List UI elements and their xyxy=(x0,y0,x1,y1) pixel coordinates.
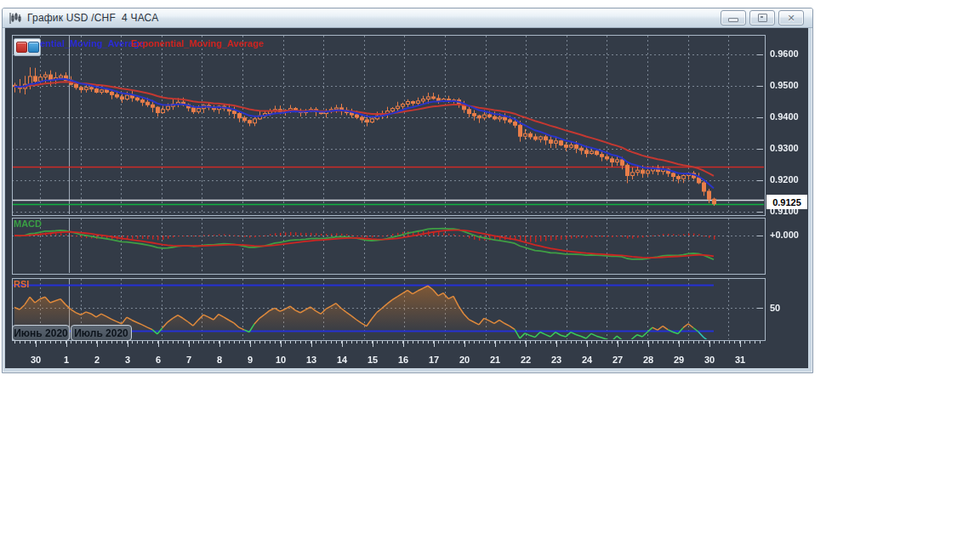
ema-red-legend-label: Exponential_Moving_Average xyxy=(131,38,264,48)
window-controls: ✕ xyxy=(721,10,807,26)
date-axis-label: 27 xyxy=(612,355,623,365)
minimize-button[interactable] xyxy=(721,10,746,26)
date-axis-label: 30 xyxy=(704,355,715,365)
date-axis-label: 23 xyxy=(551,355,561,365)
macd-panel-label: MACD xyxy=(14,219,42,229)
maximize-button[interactable] xyxy=(749,10,775,26)
date-axis-label: 13 xyxy=(306,355,316,365)
minimize-icon xyxy=(728,18,738,22)
chart-canvas[interactable] xyxy=(5,28,808,368)
current-price-badge: 0.9125 xyxy=(766,195,807,209)
price-axis-label: 0.9600 xyxy=(770,48,799,59)
date-axis-label: 2 xyxy=(94,355,100,365)
indicator-button-tray xyxy=(14,38,41,56)
window-title: График USD /CHF 4 ЧАСА xyxy=(27,12,158,24)
red-indicator-button[interactable] xyxy=(16,42,27,53)
date-axis-label: 1 xyxy=(64,355,69,365)
date-axis-label: 30 xyxy=(31,355,41,365)
price-axis-label: 0.9500 xyxy=(770,80,799,90)
price-axis-label: 0.9400 xyxy=(770,111,799,122)
rsi-level-label: 50 xyxy=(770,303,780,313)
month-label-june[interactable]: Июнь 2020 xyxy=(12,325,70,341)
price-axis-label: 0.9200 xyxy=(770,174,799,185)
chart-window-icon xyxy=(8,11,23,25)
price-axis-label: 0.9300 xyxy=(770,143,799,153)
close-button[interactable]: ✕ xyxy=(778,10,804,26)
date-axis-label: 7 xyxy=(186,355,191,365)
blue-indicator-button[interactable] xyxy=(28,42,39,53)
ema-blue-legend-label: ential_Moving_Average xyxy=(40,38,144,48)
date-axis-label: 21 xyxy=(490,355,500,365)
date-axis-label: 14 xyxy=(337,355,347,365)
date-axis-label: 20 xyxy=(459,355,470,365)
date-axis-label: 31 xyxy=(735,355,745,365)
date-axis-label: 3 xyxy=(125,355,130,365)
window-titlebar[interactable]: График USD /CHF 4 ЧАСА ✕ xyxy=(3,9,812,28)
macd-zero-label: +0.000 xyxy=(770,230,799,240)
date-axis-label: 8 xyxy=(217,355,222,365)
date-axis-label: 15 xyxy=(368,355,378,365)
date-axis-label: 24 xyxy=(582,355,592,365)
chart-window: График USD /CHF 4 ЧАСА ✕ ential_Moving_A… xyxy=(2,8,813,373)
date-axis-label: 16 xyxy=(398,355,408,365)
chart-client-area: ential_Moving_Average Exponential_Moving… xyxy=(5,28,808,368)
date-axis-label: 29 xyxy=(674,355,684,365)
date-axis-label: 22 xyxy=(521,355,531,365)
maximize-icon xyxy=(758,14,767,22)
month-label-july[interactable]: Июль 2020 xyxy=(71,325,132,341)
date-axis-label: 10 xyxy=(276,355,286,365)
date-axis-label: 17 xyxy=(429,355,439,365)
close-icon: ✕ xyxy=(787,14,795,23)
date-axis-label: 9 xyxy=(248,355,253,365)
rsi-panel-label: RSI xyxy=(14,279,29,289)
date-axis-label: 6 xyxy=(156,355,161,365)
date-axis-label: 28 xyxy=(643,355,653,365)
